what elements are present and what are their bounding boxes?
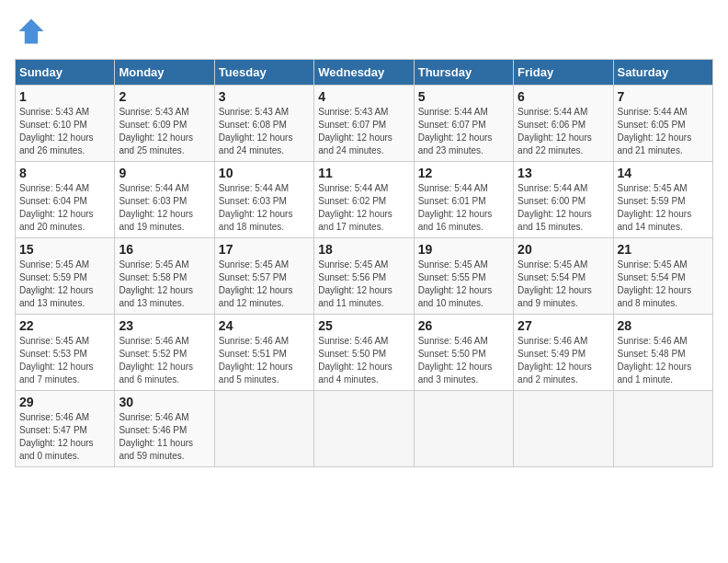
day-number: 16: [119, 242, 210, 257]
day-info: Sunrise: 5:46 AMSunset: 5:52 PMDaylight:…: [119, 335, 210, 386]
calendar-cell: 28Sunrise: 5:46 AMSunset: 5:48 PMDayligh…: [613, 315, 712, 391]
calendar-cell: 11Sunrise: 5:44 AMSunset: 6:02 PMDayligh…: [314, 162, 414, 238]
day-number: 30: [119, 395, 210, 409]
day-info: Sunrise: 5:46 AMSunset: 5:51 PMDaylight:…: [219, 335, 310, 386]
day-info: Sunrise: 5:44 AMSunset: 6:07 PMDaylight:…: [418, 106, 509, 157]
day-number: 5: [418, 89, 509, 104]
calendar-cell: 25Sunrise: 5:46 AMSunset: 5:50 PMDayligh…: [314, 315, 414, 391]
calendar-cell: 21Sunrise: 5:45 AMSunset: 5:54 PMDayligh…: [613, 238, 712, 315]
calendar-table: SundayMondayTuesdayWednesdayThursdayFrid…: [15, 59, 713, 467]
day-number: 13: [518, 166, 609, 180]
calendar-cell: 23Sunrise: 5:46 AMSunset: 5:52 PMDayligh…: [115, 315, 214, 391]
calendar-cell: [613, 391, 712, 467]
day-info: Sunrise: 5:46 AMSunset: 5:50 PMDaylight:…: [418, 335, 509, 386]
calendar-cell: 1Sunrise: 5:43 AMSunset: 6:10 PMDaylight…: [16, 86, 115, 162]
week-row-5: 29Sunrise: 5:46 AMSunset: 5:47 PMDayligh…: [16, 391, 713, 467]
day-number: 7: [618, 89, 709, 104]
day-info: Sunrise: 5:43 AMSunset: 6:08 PMDaylight:…: [219, 106, 310, 157]
day-number: 2: [119, 89, 210, 104]
calendar-cell: 14Sunrise: 5:45 AMSunset: 5:59 PMDayligh…: [613, 162, 712, 238]
day-number: 15: [19, 242, 110, 257]
day-number: 3: [219, 89, 310, 104]
day-number: 1: [19, 89, 110, 104]
day-number: 10: [219, 166, 310, 180]
day-info: Sunrise: 5:43 AMSunset: 6:09 PMDaylight:…: [119, 106, 210, 157]
day-number: 23: [119, 318, 210, 333]
day-info: Sunrise: 5:46 AMSunset: 5:49 PMDaylight:…: [518, 335, 609, 386]
week-row-4: 22Sunrise: 5:45 AMSunset: 5:53 PMDayligh…: [16, 315, 713, 391]
calendar-cell: 3Sunrise: 5:43 AMSunset: 6:08 PMDaylight…: [214, 86, 313, 162]
calendar-cell: 7Sunrise: 5:44 AMSunset: 6:05 PMDaylight…: [613, 86, 712, 162]
day-info: Sunrise: 5:46 AMSunset: 5:50 PMDaylight:…: [318, 335, 409, 386]
calendar-cell: 18Sunrise: 5:45 AMSunset: 5:56 PMDayligh…: [314, 238, 414, 315]
day-info: Sunrise: 5:45 AMSunset: 5:59 PMDaylight:…: [19, 259, 110, 310]
week-row-1: 1Sunrise: 5:43 AMSunset: 6:10 PMDaylight…: [16, 86, 713, 162]
day-info: Sunrise: 5:44 AMSunset: 6:01 PMDaylight:…: [418, 182, 509, 234]
weekday-header-row: SundayMondayTuesdayWednesdayThursdayFrid…: [16, 60, 713, 86]
day-number: 25: [318, 318, 409, 333]
day-info: Sunrise: 5:43 AMSunset: 6:10 PMDaylight:…: [19, 106, 110, 157]
calendar-cell: 13Sunrise: 5:44 AMSunset: 6:00 PMDayligh…: [514, 162, 613, 238]
calendar-cell: 16Sunrise: 5:45 AMSunset: 5:58 PMDayligh…: [115, 238, 214, 315]
week-row-2: 8Sunrise: 5:44 AMSunset: 6:04 PMDaylight…: [16, 162, 713, 238]
logo: [15, 15, 53, 48]
day-info: Sunrise: 5:44 AMSunset: 6:02 PMDaylight:…: [318, 182, 409, 234]
calendar-cell: 4Sunrise: 5:43 AMSunset: 6:07 PMDaylight…: [314, 86, 414, 162]
calendar-cell: 29Sunrise: 5:46 AMSunset: 5:47 PMDayligh…: [16, 391, 115, 467]
calendar-cell: 26Sunrise: 5:46 AMSunset: 5:50 PMDayligh…: [414, 315, 513, 391]
day-info: Sunrise: 5:44 AMSunset: 6:03 PMDaylight:…: [119, 182, 210, 234]
calendar-cell: 19Sunrise: 5:45 AMSunset: 5:55 PMDayligh…: [414, 238, 513, 315]
calendar-cell: 27Sunrise: 5:46 AMSunset: 5:49 PMDayligh…: [514, 315, 613, 391]
day-info: Sunrise: 5:45 AMSunset: 5:57 PMDaylight:…: [219, 259, 310, 310]
day-info: Sunrise: 5:45 AMSunset: 5:58 PMDaylight:…: [119, 259, 210, 310]
day-number: 27: [518, 318, 609, 333]
calendar-cell: [414, 391, 513, 467]
calendar-cell: 22Sunrise: 5:45 AMSunset: 5:53 PMDayligh…: [16, 315, 115, 391]
day-info: Sunrise: 5:46 AMSunset: 5:46 PMDaylight:…: [119, 411, 210, 463]
day-number: 20: [518, 242, 609, 257]
logo-icon: [15, 15, 48, 48]
svg-marker-0: [19, 19, 44, 44]
day-info: Sunrise: 5:45 AMSunset: 5:59 PMDaylight:…: [618, 182, 709, 234]
day-number: 26: [418, 318, 509, 333]
day-number: 14: [618, 166, 709, 180]
day-number: 21: [618, 242, 709, 257]
day-number: 11: [318, 166, 409, 180]
calendar-cell: 30Sunrise: 5:46 AMSunset: 5:46 PMDayligh…: [115, 391, 214, 467]
calendar-cell: 5Sunrise: 5:44 AMSunset: 6:07 PMDaylight…: [414, 86, 513, 162]
day-number: 12: [418, 166, 509, 180]
calendar-cell: 2Sunrise: 5:43 AMSunset: 6:09 PMDaylight…: [115, 86, 214, 162]
calendar-cell: 10Sunrise: 5:44 AMSunset: 6:03 PMDayligh…: [214, 162, 313, 238]
day-number: 6: [518, 89, 609, 104]
day-number: 28: [618, 318, 709, 333]
calendar-cell: 24Sunrise: 5:46 AMSunset: 5:51 PMDayligh…: [214, 315, 313, 391]
day-number: 4: [318, 89, 409, 104]
day-number: 17: [219, 242, 310, 257]
day-number: 22: [19, 318, 110, 333]
weekday-header-tuesday: Tuesday: [214, 60, 313, 86]
header: [15, 15, 713, 48]
weekday-header-friday: Friday: [514, 60, 613, 86]
weekday-header-thursday: Thursday: [414, 60, 513, 86]
calendar-cell: 20Sunrise: 5:45 AMSunset: 5:54 PMDayligh…: [514, 238, 613, 315]
day-info: Sunrise: 5:44 AMSunset: 6:05 PMDaylight:…: [618, 106, 709, 157]
calendar-cell: 12Sunrise: 5:44 AMSunset: 6:01 PMDayligh…: [414, 162, 513, 238]
day-info: Sunrise: 5:44 AMSunset: 6:03 PMDaylight:…: [219, 182, 310, 234]
day-info: Sunrise: 5:44 AMSunset: 6:04 PMDaylight:…: [19, 182, 110, 234]
weekday-header-saturday: Saturday: [613, 60, 712, 86]
calendar-cell: 9Sunrise: 5:44 AMSunset: 6:03 PMDaylight…: [115, 162, 214, 238]
day-number: 9: [119, 166, 210, 180]
weekday-header-wednesday: Wednesday: [314, 60, 414, 86]
day-info: Sunrise: 5:44 AMSunset: 6:06 PMDaylight:…: [518, 106, 609, 157]
calendar-cell: 17Sunrise: 5:45 AMSunset: 5:57 PMDayligh…: [214, 238, 313, 315]
calendar-cell: [214, 391, 313, 467]
day-info: Sunrise: 5:45 AMSunset: 5:53 PMDaylight:…: [19, 335, 110, 386]
weekday-header-sunday: Sunday: [16, 60, 115, 86]
day-info: Sunrise: 5:45 AMSunset: 5:54 PMDaylight:…: [618, 259, 709, 310]
day-info: Sunrise: 5:45 AMSunset: 5:55 PMDaylight:…: [418, 259, 509, 310]
calendar-cell: [514, 391, 613, 467]
day-info: Sunrise: 5:46 AMSunset: 5:48 PMDaylight:…: [618, 335, 709, 386]
calendar-cell: 15Sunrise: 5:45 AMSunset: 5:59 PMDayligh…: [16, 238, 115, 315]
day-number: 18: [318, 242, 409, 257]
day-info: Sunrise: 5:44 AMSunset: 6:00 PMDaylight:…: [518, 182, 609, 234]
